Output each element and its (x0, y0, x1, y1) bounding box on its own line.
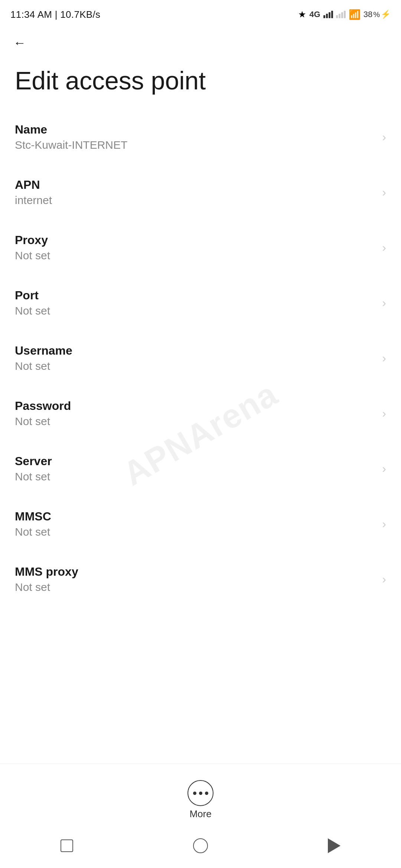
nav-home-button[interactable] (186, 835, 215, 857)
dot-1 (193, 792, 196, 795)
settings-value-name: Stc-Kuwait-INTERNET (15, 139, 375, 151)
settings-item-password[interactable]: Password Not set › (0, 386, 401, 441)
settings-label-proxy: Proxy (15, 233, 375, 247)
chevron-right-icon: › (382, 572, 386, 586)
settings-value-port: Not set (15, 305, 375, 317)
settings-item-username[interactable]: Username Not set › (0, 331, 401, 386)
settings-value-apn: internet (15, 194, 375, 207)
more-dots-icon (193, 792, 208, 795)
settings-label-port: Port (15, 289, 375, 302)
settings-item-port-content: Port Not set (15, 289, 375, 317)
chevron-right-icon: › (382, 130, 386, 144)
chevron-right-icon: › (382, 517, 386, 531)
status-icons: ★ 4G 📶 38 % ⚡ (298, 9, 391, 20)
settings-item-mmsc-content: MMSC Not set (15, 510, 375, 538)
chevron-right-icon: › (382, 296, 386, 310)
settings-item-mms-proxy-content: MMS proxy Not set (15, 565, 375, 594)
chevron-right-icon: › (382, 241, 386, 254)
battery-indicator: 38 % ⚡ (363, 10, 391, 19)
settings-item-name-content: Name Stc-Kuwait-INTERNET (15, 123, 375, 151)
network-4g-icon: 4G (309, 10, 320, 19)
settings-label-server: Server (15, 454, 375, 468)
settings-item-password-content: Password Not set (15, 399, 375, 428)
settings-label-apn: APN (15, 178, 375, 192)
chevron-right-icon: › (382, 407, 386, 420)
settings-item-port[interactable]: Port Not set › (0, 275, 401, 331)
nav-back-icon (328, 838, 340, 853)
settings-item-name[interactable]: Name Stc-Kuwait-INTERNET › (0, 109, 401, 165)
bottom-bar: More (0, 763, 401, 868)
nav-recents-button[interactable] (52, 835, 82, 857)
settings-value-server: Not set (15, 470, 375, 483)
settings-list: Name Stc-Kuwait-INTERNET › APN internet … (0, 109, 401, 607)
signal-bars-2-icon (336, 11, 346, 18)
dot-2 (199, 792, 202, 795)
settings-label-username: Username (15, 344, 375, 358)
status-time-network: 11:34 AM | 10.7KB/s (10, 9, 100, 20)
charging-icon: ⚡ (381, 10, 391, 19)
settings-item-username-content: Username Not set (15, 344, 375, 372)
wifi-icon: 📶 (349, 9, 361, 20)
settings-item-mms-proxy[interactable]: MMS proxy Not set › (0, 552, 401, 607)
more-button[interactable]: More (188, 773, 213, 823)
settings-item-proxy-content: Proxy Not set (15, 233, 375, 262)
back-arrow-icon: ← (13, 36, 26, 49)
chevron-right-icon: › (382, 351, 386, 365)
dot-3 (205, 792, 208, 795)
chevron-right-icon: › (382, 462, 386, 476)
settings-value-mmsc: Not set (15, 526, 375, 538)
settings-item-server-content: Server Not set (15, 454, 375, 483)
battery-percent-sign: % (373, 10, 380, 19)
settings-value-password: Not set (15, 415, 375, 428)
more-circle-icon (188, 780, 213, 806)
settings-value-proxy: Not set (15, 249, 375, 262)
bluetooth-icon: ★ (298, 9, 306, 20)
settings-label-mmsc: MMSC (15, 510, 375, 523)
nav-home-icon (193, 838, 208, 853)
navigation-bar (0, 827, 401, 868)
settings-item-apn-content: APN internet (15, 178, 375, 207)
settings-value-username: Not set (15, 360, 375, 372)
settings-item-mmsc[interactable]: MMSC Not set › (0, 496, 401, 552)
signal-bars-icon (323, 11, 333, 18)
settings-label-mms-proxy: MMS proxy (15, 565, 375, 579)
more-label: More (189, 808, 211, 820)
settings-item-apn[interactable]: APN internet › (0, 165, 401, 220)
battery-percent: 38 (363, 10, 372, 19)
settings-item-server[interactable]: Server Not set › (0, 441, 401, 496)
page-title: Edit access point (0, 56, 401, 109)
nav-back-button[interactable] (319, 835, 349, 857)
back-button[interactable]: ← (10, 33, 29, 52)
settings-label-password: Password (15, 399, 375, 413)
nav-recents-icon (61, 839, 73, 852)
settings-item-proxy[interactable]: Proxy Not set › (0, 220, 401, 275)
settings-value-mms-proxy: Not set (15, 581, 375, 594)
toolbar: ← (0, 26, 401, 56)
settings-label-name: Name (15, 123, 375, 137)
status-bar: 11:34 AM | 10.7KB/s ★ 4G 📶 38 % ⚡ (0, 0, 401, 26)
chevron-right-icon: › (382, 185, 386, 199)
